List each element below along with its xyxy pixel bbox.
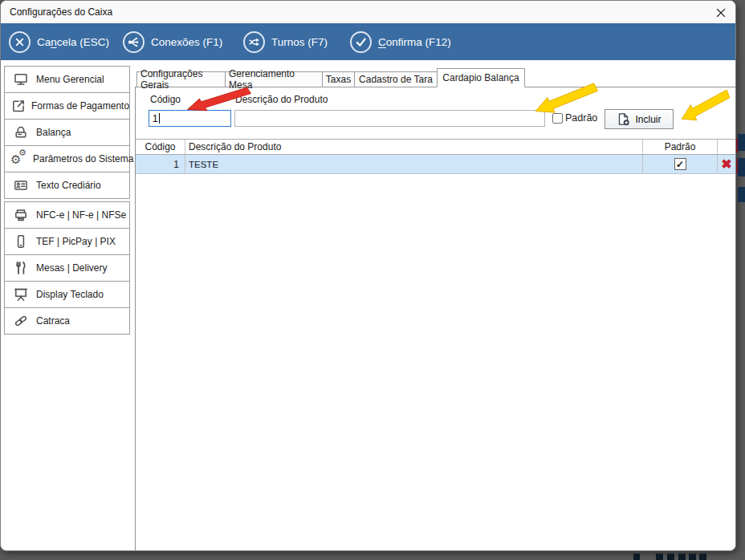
sidebar-item-menu-gerencial[interactable]: Menu Gerencial — [4, 66, 130, 93]
background-artifact — [738, 187, 745, 202]
export-icon — [10, 98, 26, 114]
id-card-icon — [10, 177, 31, 193]
receipt-printer-icon — [10, 207, 31, 223]
sidebar-item-balanca[interactable]: Balança — [4, 119, 130, 146]
row-padrao-checkbox[interactable]: ✓ — [674, 158, 686, 170]
tab-cardapio-balanca[interactable]: Cardapio Balança — [437, 68, 525, 87]
background-artifact — [678, 554, 686, 560]
row-descricao-cell: TESTE — [185, 155, 643, 173]
shifts-label: Turnos (F7) — [271, 36, 328, 48]
tab-page-cardapio-balanca: Código 1 Descrição do Produto Padrão Inc… — [135, 87, 736, 551]
background-artifact — [738, 158, 745, 177]
confirm-label: Confirma (F12) — [378, 36, 451, 48]
incluir-button[interactable]: Incluir — [605, 109, 674, 129]
scale-icon — [10, 124, 31, 140]
cutlery-icon — [10, 260, 31, 276]
chain-link-icon — [10, 313, 31, 329]
sidebar-item-tef[interactable]: TEF | PicPay | PIX — [4, 228, 130, 255]
row-padrao-cell: ✓ — [643, 155, 718, 173]
tab-cadastro-tara[interactable]: Cadastro de Tara — [354, 71, 438, 87]
shifts-button[interactable]: Turnos (F7) — [243, 23, 328, 60]
sidebar-item-nfce[interactable]: NFC-e | NF-e | NFSe — [4, 201, 130, 229]
sidebar-item-mesas[interactable]: Mesas | Delivery — [4, 254, 130, 282]
gears-icon: ⚙⚙ — [10, 151, 28, 167]
shuffle-icon — [243, 31, 265, 53]
background-artifact — [738, 134, 745, 151]
yellow-annotation-arrow-incluir — [671, 87, 731, 127]
descricao-input[interactable] — [234, 110, 545, 127]
row-codigo-cell: 1 — [136, 155, 185, 173]
smartphone-icon — [10, 233, 31, 250]
delete-row-icon[interactable]: ✖ — [721, 158, 731, 171]
close-icon — [716, 8, 726, 18]
background-artifact — [667, 554, 674, 560]
background-artifact — [656, 554, 663, 560]
toolbar: Cancela (ESC) Conexões (F1) — [1, 23, 735, 60]
cancel-label: Cancela (ESC) — [37, 36, 109, 48]
add-document-icon — [617, 112, 630, 126]
connections-label: Conexões (F1) — [151, 36, 222, 48]
sidebar-item-texto-crediario[interactable]: Texto Crediário — [4, 172, 130, 199]
grid-header-row: Código Descrição do Produto Padrão — [136, 139, 735, 155]
yellow-annotation-arrow-padrao — [522, 80, 599, 119]
cancel-circle-icon — [9, 31, 31, 53]
check-circle-icon — [350, 31, 372, 53]
monitor-icon — [10, 71, 31, 87]
background-artifact — [633, 554, 640, 560]
screen: { "window": { "title": "Configurações do… — [0, 0, 745, 560]
grid-header-codigo: Código — [136, 140, 185, 154]
grid-header-actions — [718, 140, 735, 154]
background-artifact — [689, 554, 696, 560]
close-button[interactable] — [714, 6, 727, 18]
table-row[interactable]: 1 TESTE ✓ ✖ — [136, 155, 735, 174]
red-annotation-arrow — [173, 85, 252, 116]
text-caret — [159, 113, 160, 124]
sidebar-item-formas-pagamento[interactable]: Formas de Pagamento — [4, 92, 130, 120]
tab-taxas[interactable]: Taxas — [322, 71, 355, 87]
connections-button[interactable]: Conexões (F1) — [123, 23, 222, 60]
produtos-grid: Código Descrição do Produto Padrão 1 TES… — [136, 139, 735, 174]
sidebar-item-parametros[interactable]: ⚙⚙ Parâmetros do Sistema — [4, 145, 130, 172]
confirm-button[interactable]: Confirma (F12) — [350, 23, 451, 60]
background-artifact — [699, 554, 706, 560]
titlebar: Configurações do Caixa — [1, 1, 735, 23]
row-delete-cell: ✖ — [718, 155, 735, 173]
grid-header-padrao: Padrão — [643, 140, 718, 154]
tab-control: Configurações Gerais Gerenciamento Mesa … — [135, 68, 736, 551]
sidebar-item-catraca[interactable]: Catraca — [4, 307, 130, 335]
app-window: Configurações do Caixa Cancela (ESC) — [0, 0, 736, 551]
window-title: Configurações do Caixa — [10, 1, 112, 23]
cancel-button[interactable]: Cancela (ESC) — [9, 23, 109, 60]
projection-screen-icon — [10, 286, 31, 302]
grid-header-descricao: Descrição do Produto — [185, 140, 643, 154]
sidebar-item-display-teclado[interactable]: Display Teclado — [4, 281, 130, 308]
connections-icon — [123, 31, 145, 53]
